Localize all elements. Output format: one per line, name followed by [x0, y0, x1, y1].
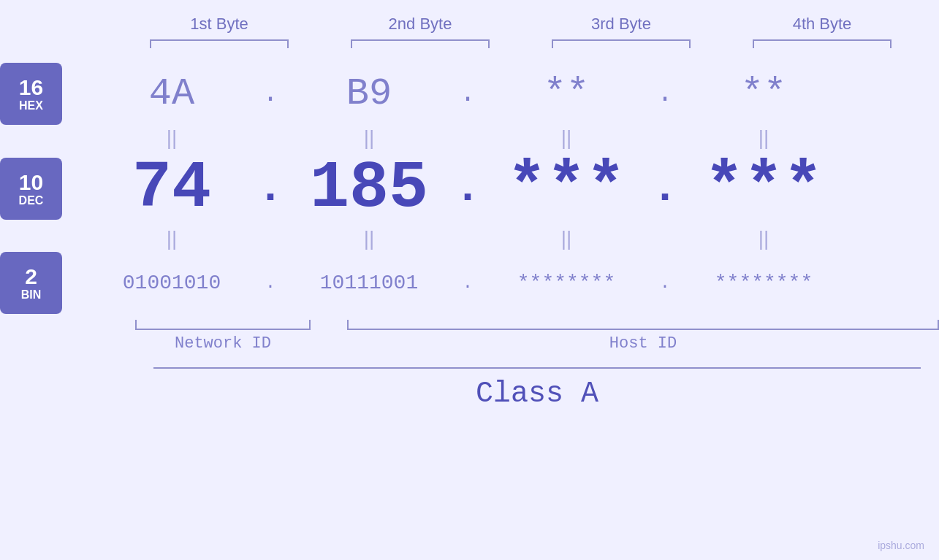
dec-byte2-cell: 185: [289, 151, 449, 226]
hex-dot1: .: [252, 79, 289, 109]
equals-row-2: || || || ||: [0, 227, 939, 250]
eq2-byte1: ||: [91, 227, 252, 250]
hex-badge: 16 HEX: [0, 63, 62, 125]
bracket-byte3: [552, 39, 691, 48]
hex-byte2-cell: B9: [289, 72, 449, 115]
bottom-brackets: [135, 320, 939, 330]
main-container: 1st Byte 2nd Byte 3rd Byte 4th Byte 16 H…: [0, 0, 939, 560]
byte4-header: 4th Byte: [742, 15, 902, 34]
network-id-label: Network ID: [135, 334, 311, 353]
bracket-byte4: [753, 39, 892, 48]
top-brackets: [119, 39, 923, 48]
dec-badge-label: DEC: [19, 194, 44, 207]
eq1-byte1: ||: [91, 126, 252, 150]
hex-byte3-cell: **: [486, 72, 647, 115]
byte3-header: 3rd Byte: [541, 15, 702, 34]
bin-byte2-value: 10111001: [320, 272, 418, 294]
bin-byte2-cell: 10111001: [289, 272, 449, 294]
equals-row-1: || || || ||: [0, 126, 939, 150]
hex-byte4-value: **: [741, 72, 786, 115]
bin-byte4-value: ********: [715, 272, 813, 294]
bin-dot2: .: [449, 273, 486, 293]
hex-byte4-cell: **: [683, 72, 844, 115]
bin-badge-num: 2: [25, 264, 37, 288]
bin-byte3-value: ********: [517, 272, 615, 294]
bin-byte1-cell: 01001010: [91, 272, 252, 294]
dec-row: 10 DEC 74 . 185 . *** . ***: [0, 151, 939, 226]
eq2-byte3: ||: [486, 227, 647, 250]
hex-bytes: 4A . B9 . ** . **: [91, 72, 939, 115]
hex-dot2: .: [449, 79, 486, 109]
dec-dot3: .: [647, 164, 683, 213]
byte2-header: 2nd Byte: [340, 15, 501, 34]
hex-badge-label: HEX: [19, 99, 43, 112]
hex-dot3: .: [647, 79, 683, 109]
dec-byte3-cell: ***: [486, 151, 647, 226]
bin-byte4-cell: ********: [683, 272, 844, 294]
dec-byte1-value: 74: [132, 151, 211, 226]
hex-byte1-value: 4A: [149, 72, 194, 115]
dec-byte4-value: ***: [704, 151, 823, 226]
bin-badge: 2 BIN: [0, 252, 62, 314]
dec-byte2-value: 185: [310, 151, 428, 226]
network-bracket: [135, 320, 311, 330]
watermark: ipshu.com: [878, 540, 924, 551]
hex-byte3-value: **: [544, 72, 589, 115]
eq1-byte2: ||: [289, 126, 449, 150]
dec-badge: 10 DEC: [0, 158, 62, 220]
class-row: Class A: [135, 377, 939, 410]
dec-bytes: 74 . 185 . *** . ***: [91, 151, 939, 226]
byte-headers-row: 1st Byte 2nd Byte 3rd Byte 4th Byte: [119, 15, 923, 34]
bin-dot3: .: [647, 273, 683, 293]
network-host-labels: Network ID Host ID: [135, 334, 939, 353]
host-bracket: [347, 320, 939, 330]
eq1-byte4: ||: [683, 126, 844, 150]
hex-byte2-value: B9: [346, 72, 392, 115]
bin-row: 2 BIN 01001010 . 10111001 . ******** .: [0, 252, 939, 314]
byte1-header: 1st Byte: [139, 15, 300, 34]
hex-byte1-cell: 4A: [91, 72, 252, 115]
dec-byte1-cell: 74: [91, 151, 252, 226]
dec-dot2: .: [449, 164, 486, 213]
eq2-byte4: ||: [683, 227, 844, 250]
eq1-byte3: ||: [486, 126, 647, 150]
bin-dot1: .: [252, 273, 289, 293]
bracket-byte2: [351, 39, 490, 48]
eq2-byte2: ||: [289, 227, 449, 250]
class-label: Class A: [476, 377, 598, 410]
bracket-byte1: [150, 39, 289, 48]
dec-byte3-value: ***: [507, 151, 626, 226]
bin-byte3-cell: ********: [486, 272, 647, 294]
hex-row: 16 HEX 4A . B9 . ** . **: [0, 63, 939, 125]
dec-byte4-cell: ***: [683, 151, 844, 226]
bin-badge-label: BIN: [21, 288, 42, 302]
dec-badge-num: 10: [19, 170, 43, 194]
dec-dot1: .: [252, 164, 289, 213]
hex-badge-num: 16: [19, 75, 43, 99]
host-id-label: Host ID: [347, 334, 939, 353]
bottom-line: [153, 367, 921, 369]
bin-bytes: 01001010 . 10111001 . ******** . *******…: [91, 272, 939, 294]
bin-byte1-value: 01001010: [123, 272, 221, 294]
